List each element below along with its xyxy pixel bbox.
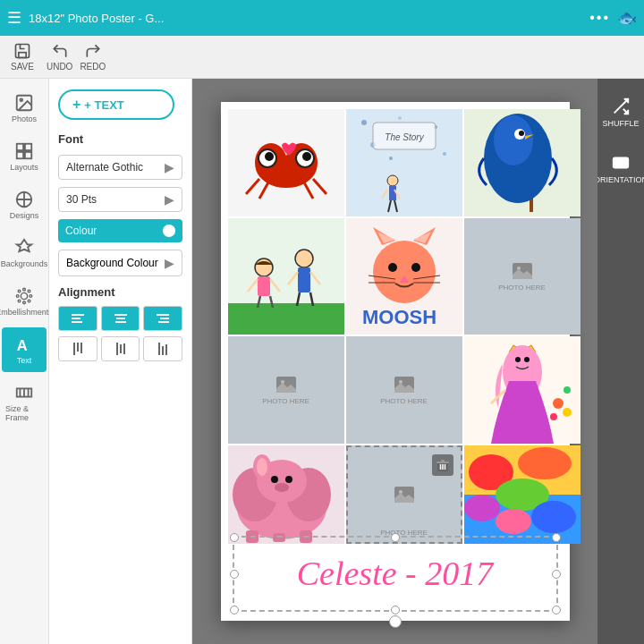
grid-cell-1-3[interactable] [464,109,580,216]
bg-colour-row: Background Colour ▶ [58,250,182,276]
svg-point-46 [265,152,274,161]
more-options-icon[interactable]: ••• [589,10,610,26]
svg-rect-77 [258,276,270,296]
svg-rect-27 [116,318,125,319]
svg-rect-40 [165,344,167,355]
svg-point-119 [524,357,530,362]
svg-point-47 [302,152,311,161]
sidebar-item-size-frame[interactable]: Size & Frame [2,376,47,429]
grid-cell-4-3[interactable] [464,445,580,544]
svg-rect-30 [160,318,169,319]
align-top-button[interactable] [58,336,97,361]
grid-cell-1-1[interactable] [228,109,344,216]
align-right-button[interactable] [143,306,182,331]
canvas-area[interactable]: The Story [192,79,597,644]
fish-icon[interactable]: 🐟 [617,8,637,28]
font-selector-row: Alternate Gothic ▶ [58,155,182,180]
svg-point-13 [30,295,32,298]
svg-text:The Story: The Story [385,132,424,142]
poster-title: Celeste - 2017 [297,555,494,592]
svg-rect-1 [19,53,26,58]
grid-cell-3-1[interactable]: PHOTO HERE [228,336,344,444]
svg-rect-29 [157,314,169,316]
svg-point-127 [285,476,292,483]
svg-line-50 [259,182,268,199]
sidebar-item-text[interactable]: A Text [2,327,47,372]
menu-icon[interactable]: ☰ [7,8,21,28]
align-left-button[interactable] [58,306,97,331]
svg-point-82 [295,250,313,267]
vertical-align-row [58,336,182,361]
grid-cell-2-2[interactable]: MOOSH [346,218,462,335]
align-center-button[interactable] [101,306,140,331]
title-selection-area[interactable]: Celeste - 2017 [225,545,565,616]
shuffle-button[interactable]: SHUFFLE [598,89,643,135]
svg-rect-26 [114,314,127,316]
sidebar-item-embellishments[interactable]: Embellishments [2,279,47,324]
svg-point-9 [21,292,27,299]
svg-point-114 [553,398,564,409]
svg-text:MOOSH: MOOSH [362,306,436,328]
svg-point-128 [275,483,289,492]
grid-cell-4-2[interactable]: PHOTO HERE [346,445,462,544]
handle-bottom-middle[interactable] [391,606,400,614]
photo-placeholder-3-2: PHOTO HERE [380,376,428,405]
save-button[interactable]: SAVE [11,42,34,72]
svg-rect-0 [15,45,29,58]
svg-point-12 [16,295,19,298]
background-colour-button[interactable]: Background Colour ▶ [58,250,182,276]
grid-cell-3-3[interactable] [464,336,580,444]
left-nav: Photos Layouts Designs Backgrounds Embel… [0,79,49,644]
svg-rect-38 [158,343,160,355]
svg-rect-32 [73,343,75,355]
font-chevron-icon: ▶ [165,160,174,174]
sidebar-item-layouts[interactable]: Layouts [2,134,47,179]
top-bar: ☰ 18x12" Photo Poster - G... ••• 🐟 [0,0,644,36]
svg-line-51 [304,182,313,199]
font-selector[interactable]: Alternate Gothic ▶ [58,155,182,180]
font-size-selector[interactable]: 30 Pts ▶ [58,187,182,212]
add-text-button[interactable]: + + TEXT [58,89,174,120]
sidebar-item-photos[interactable]: Photos [2,86,47,131]
delete-icon[interactable] [432,454,453,476]
svg-rect-63 [389,186,396,200]
align-middle-button[interactable] [101,336,140,361]
grid-cell-1-2[interactable]: The Story [346,109,462,216]
svg-rect-129 [246,530,258,543]
svg-rect-6 [17,152,23,158]
svg-rect-37 [123,343,125,354]
grid-cell-4-1[interactable] [228,445,344,544]
colour-button[interactable]: Colour [58,219,182,242]
svg-text:A: A [17,337,28,353]
grid-cell-2-1[interactable] [228,218,344,335]
svg-rect-137 [441,460,445,462]
svg-rect-131 [300,530,312,543]
svg-rect-31 [158,321,169,323]
sidebar-item-designs[interactable]: Designs [2,182,47,227]
sidebar-item-backgrounds[interactable]: Backgrounds [2,231,47,275]
horizontal-align-row [58,306,182,331]
svg-rect-24 [72,318,80,319]
bg-colour-chevron-icon: ▶ [165,256,174,270]
svg-point-148 [496,509,531,534]
orientation-button[interactable]: ORIENTATION [598,146,643,191]
handle-bottom-left[interactable] [230,606,239,614]
svg-point-17 [28,300,30,302]
svg-rect-34 [80,343,82,353]
undo-button[interactable]: UNDO [47,42,72,72]
rotate-handle[interactable] [389,615,402,628]
redo-button[interactable]: REDO [80,42,106,72]
svg-point-88 [373,241,436,303]
poster[interactable]: The Story [221,102,570,621]
svg-point-15 [28,290,30,292]
svg-point-116 [550,413,557,420]
align-bottom-button[interactable] [143,336,182,361]
handle-bottom-right[interactable] [552,606,561,614]
toolbar: SAVE UNDO REDO [0,36,644,79]
grid-cell-3-2[interactable]: PHOTO HERE [346,336,462,444]
svg-point-72 [519,131,524,136]
font-size-row: 30 Pts ▶ [58,187,182,212]
grid-cell-2-3[interactable]: PHOTO HERE [464,218,580,335]
svg-line-48 [246,179,259,194]
svg-rect-33 [77,343,79,352]
